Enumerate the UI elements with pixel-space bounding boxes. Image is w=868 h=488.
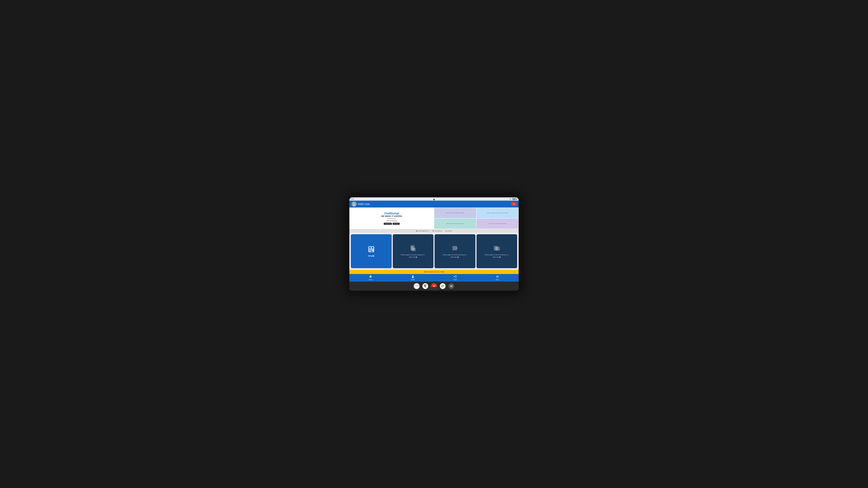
nav-share[interactable]: share [434,275,476,281]
home-icon [369,275,372,279]
dock-gmail[interactable] [414,283,420,289]
nav-home-label: Home [369,279,372,281]
card2-icon [409,245,416,253]
app-bar-left: Hello User [351,201,370,206]
youtube-button[interactable] [512,202,517,206]
card-boq[interactable]: BOQ [351,234,392,268]
svg-point-59 [451,287,452,287]
nav-home[interactable]: Home [349,275,392,281]
boq-icon [368,246,375,254]
svg-point-54 [452,285,453,286]
card3-icon [452,245,459,253]
svg-point-58 [451,287,451,287]
document-icon [409,245,416,252]
card4-icon [493,245,500,253]
footer-social: ▶ Civil guru [445,230,452,232]
arrow-right-icon [372,255,374,257]
web-icon [416,230,417,232]
card3-support-text: Please support us we are working on it..… [443,254,467,256]
screen: 5:49 ▾▾ ▐▐▐ ▮ Hello User [349,197,519,291]
svg-rect-9 [369,249,370,250]
nav-menu-label: Menu [496,279,499,281]
svg-point-53 [451,285,452,286]
svg-rect-27 [496,247,500,250]
wifi-icon: ▾▾ [509,198,512,200]
footer-web: www.civilguruji.com [416,230,429,232]
menu-icon [496,275,499,279]
banner-tagline: WE MAKE IT HAPPEN [381,215,402,217]
svg-marker-24 [456,246,458,251]
svg-point-30 [412,275,413,277]
svg-point-52 [451,285,451,286]
banner-cell-1: 3D & Practical Civil Software Training [434,208,476,218]
svg-point-31 [412,277,414,278]
banner-cell-2: 10000+ Engineers Joined our latest Train… [476,208,518,218]
svg-line-36 [454,276,456,278]
svg-point-56 [451,286,452,287]
banner-brand: CivilGuruji [384,212,399,215]
dock-photos[interactable] [440,283,445,289]
signal-icon: ▐▐▐ [512,198,516,200]
svg-rect-11 [372,249,373,250]
arrow-circle-icon-2 [457,256,459,258]
bottom-nav: Home Profile [349,274,519,282]
banner-area: CivilGuruji WE MAKE IT HAPPEN Download t… [349,207,519,229]
avatar[interactable] [351,201,356,206]
dock-all-apps[interactable] [448,283,454,289]
svg-point-50 [442,286,443,287]
svg-point-60 [452,287,453,287]
card2-more-info[interactable]: More info [409,256,417,258]
device-frame: 5:49 ▾▾ ▐▐▐ ▮ Hello User [347,195,521,293]
avatar-icon [352,202,356,206]
share-icon [452,245,459,252]
banner-cell-4: Online One-to-One Student Support [476,219,518,229]
nav-share-label: share [453,279,457,281]
svg-rect-10 [370,249,371,250]
calculator-icon [368,246,375,253]
status-icons: ▾▾ ▐▐▐ ▮ [509,198,517,200]
status-time: 5:49 [351,198,354,200]
learn-banner[interactable]: Want to learn how it is made [349,270,519,274]
svg-rect-12 [369,251,370,251]
arrow-circle-icon-3 [499,256,501,258]
card-4[interactable]: Please support us we are working on it..… [476,234,517,268]
battery-icon: ▮ [516,198,517,200]
card2-support-text: Please support us we are working on it..… [401,254,425,256]
boq-label: BOQ [368,255,374,257]
card4-support-text: Please support us we are working on it..… [485,254,509,256]
cards-area: BOQ Plea [349,233,519,270]
banner-cell-3: BIS Admission Training Certification [434,219,476,229]
share-icon [454,275,457,279]
footer-phone: 📞 +91 9891234 [433,230,442,232]
banner-app-name: Civil Guruji App [386,220,397,222]
play-store-button[interactable]: Google Play [384,223,392,225]
svg-point-1 [353,205,355,206]
banner-footer: www.civilguruji.com 📞 +91 9891234 ▶ Civi… [349,229,519,233]
svg-rect-15 [372,247,373,249]
svg-marker-29 [369,275,372,278]
app-store-button[interactable]: App Store [393,223,400,225]
nav-menu[interactable]: Menu [476,275,519,281]
svg-rect-23 [453,246,457,250]
device-camera [433,199,435,200]
arrow-circle-icon [415,256,417,258]
youtube-icon [513,203,515,205]
app-bar: Hello User [349,201,519,207]
banner-right: 3D & Practical Civil Software Training 1… [434,207,519,229]
svg-point-46 [425,285,426,287]
dock-chrome[interactable] [423,283,428,289]
copy-icon [493,245,500,252]
svg-point-57 [452,286,453,287]
banner-left: CivilGuruji WE MAKE IT HAPPEN Download t… [349,207,434,229]
card-3[interactable]: Please support us we are working on it..… [435,234,475,268]
nav-profile[interactable]: Profile [392,275,434,281]
app-bar-greeting: Hello User [358,203,370,205]
device-home-button[interactable] [429,287,439,290]
svg-rect-14 [372,251,373,252]
card4-more-info[interactable]: More info [493,256,501,258]
card-2[interactable]: Please support us we are working on it..… [393,234,434,268]
svg-point-55 [451,286,451,287]
nav-profile-label: Profile [411,279,415,281]
profile-icon [411,275,414,279]
card3-more-info[interactable]: More info [451,256,459,258]
